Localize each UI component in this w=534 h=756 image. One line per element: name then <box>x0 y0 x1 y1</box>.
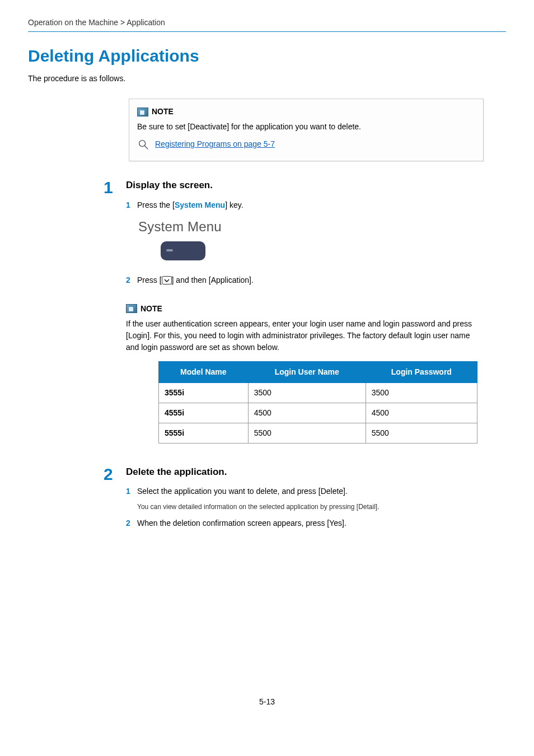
cell-model: 4555i <box>159 403 249 423</box>
note-label: NOTE <box>152 106 174 118</box>
step-1-number: 1 <box>104 178 126 454</box>
breadcrumb-divider <box>28 31 506 32</box>
step-2-sub-1: 1 Select the application you want to del… <box>126 486 484 497</box>
step-2-sub-1-num: 1 <box>126 486 137 497</box>
step-1: 1 Display the screen. 1 Press the [Syste… <box>104 178 506 454</box>
page-number: 5-13 <box>28 696 506 708</box>
system-menu-label: System Menu <box>138 217 485 237</box>
cell-pass: 5500 <box>366 423 477 443</box>
login-table: Model Name Login User Name Login Passwor… <box>158 361 477 444</box>
step-2-title: Delete the application. <box>126 465 484 479</box>
cell-user: 5500 <box>248 423 366 443</box>
step-1-sub-1-num: 1 <box>126 199 137 211</box>
step-1-note-text: If the user authentication screen appear… <box>126 318 477 353</box>
breadcrumb: Operation on the Machine > Application <box>28 17 506 31</box>
cell-model: 5555i <box>159 423 249 443</box>
magnifier-icon <box>137 138 149 151</box>
step-1-sub-1-pre: Press the [ <box>137 200 175 209</box>
step-1-sub-2: 2 Press [] and then [Application]. <box>126 274 485 286</box>
intro-text: The procedure is as follows. <box>28 73 506 85</box>
step-1-sub-2-pre: Press [ <box>137 276 162 284</box>
step-2-number: 2 <box>104 465 126 534</box>
step-1-sub-1-text: Press the [System Menu] key. <box>137 199 485 211</box>
step-1-title: Display the screen. <box>126 178 485 193</box>
step-2-sub-2-text: When the deletion confirmation screen ap… <box>137 517 484 529</box>
system-menu-emph: System Menu <box>175 200 225 209</box>
note-heading: NOTE <box>137 106 475 118</box>
th-login-user: Login User Name <box>248 361 366 382</box>
step-1-note: NOTE If the user authentication screen a… <box>126 300 485 454</box>
step-1-sub-1: 1 Press the [System Menu] key. <box>126 199 485 211</box>
cell-user: 4500 <box>248 403 366 423</box>
note-icon <box>126 304 137 313</box>
step-1-sub-2-num: 2 <box>126 274 137 286</box>
cell-pass: 4500 <box>366 403 477 423</box>
chevron-down-icon <box>162 276 172 284</box>
step-2-sub-1-text: Select the application you want to delet… <box>137 486 484 497</box>
see-also-row: Registering Programs on page 5-7 <box>137 138 475 151</box>
cell-user: 3500 <box>248 382 366 403</box>
step-1-sub-1-post: ] key. <box>225 200 243 209</box>
page-title: Deleting Applications <box>28 43 506 68</box>
step-1-sub-2-post: ] and then [Application]. <box>172 276 254 284</box>
step-2-sub-2: 2 When the deletion confirmation screen … <box>126 517 484 529</box>
step-2-sub-2-num: 2 <box>126 517 137 529</box>
step-2-sub-1-hint: You can view detailed information on the… <box>137 502 484 512</box>
system-menu-illustration: System Menu <box>138 217 485 260</box>
cell-pass: 3500 <box>366 382 477 403</box>
step-1-note-heading: NOTE <box>126 303 477 315</box>
note-text: Be sure to set [Deactivate] for the appl… <box>137 121 475 133</box>
th-model-name: Model Name <box>159 361 249 382</box>
note-icon <box>137 108 148 116</box>
step-1-sub-2-text: Press [] and then [Application]. <box>137 274 485 286</box>
svg-line-1 <box>144 146 148 149</box>
table-row: 4555i 4500 4500 <box>159 403 477 423</box>
step-1-note-label: NOTE <box>140 303 162 315</box>
step-2: 2 Delete the application. 1 Select the a… <box>104 465 506 534</box>
cell-model: 3555i <box>159 382 249 403</box>
th-login-pass: Login Password <box>366 361 477 382</box>
note-top: NOTE Be sure to set [Deactivate] for the… <box>129 99 484 161</box>
table-row: 3555i 3500 3500 <box>159 382 477 403</box>
registering-programs-link[interactable]: Registering Programs on page 5-7 <box>155 138 275 150</box>
system-menu-key-icon <box>161 241 205 260</box>
table-row: 5555i 5500 5500 <box>159 423 477 443</box>
